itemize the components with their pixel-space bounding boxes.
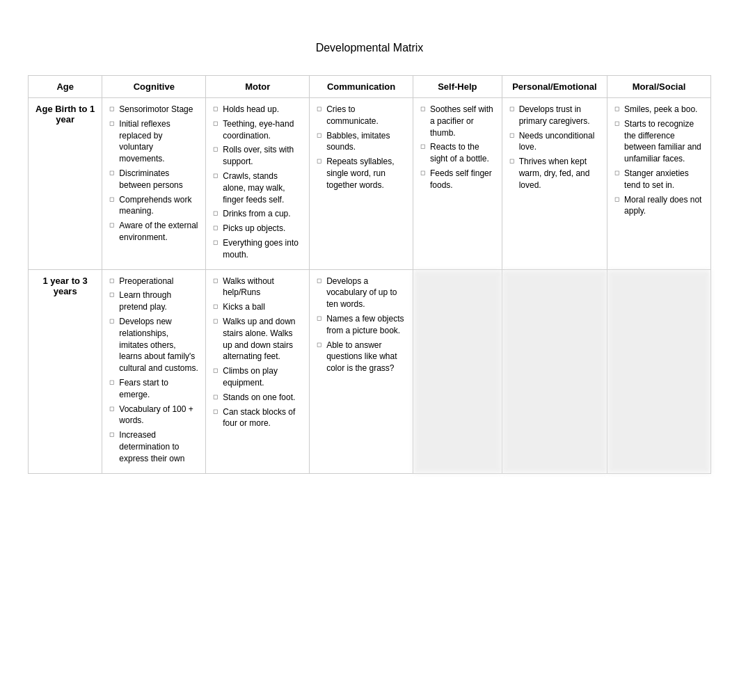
list-item: Learn through pretend play. <box>109 289 198 313</box>
list-item: Kicks a ball <box>213 301 302 313</box>
header-cognitive: Cognitive <box>102 76 206 98</box>
header-age: Age <box>29 76 102 98</box>
list-item: Moral really does not apply. <box>614 194 704 218</box>
list-item: Sensorimotor Stage <box>109 104 198 116</box>
list-item: Develops new relationships, imitates oth… <box>109 316 198 374</box>
list-item: Cries to communicate. <box>317 104 406 127</box>
list-item: Develops trust in primary caregivers. <box>509 104 600 127</box>
list-item: Able to answer questions like what color… <box>317 340 406 374</box>
list-item: Babbles, imitates sounds. <box>317 130 406 154</box>
list-item: Thrives when kept warm, dry, fed, and lo… <box>509 156 600 191</box>
list-item: Drinks from a cup. <box>213 208 302 220</box>
header-personalemotional: Personal/Emotional <box>502 76 607 98</box>
list-item: Names a few objects from a picture book. <box>317 313 406 337</box>
list-item: Aware of the external environment. <box>109 220 198 244</box>
personalEmotional-cell-1 <box>502 269 607 473</box>
table-row: Age Birth to 1 yearSensorimotor StageIni… <box>29 98 711 270</box>
page: Developmental Matrix Age Cognitive Motor… <box>0 0 739 700</box>
communication-cell-0: Cries to communicate.Babbles, imitates s… <box>310 98 413 270</box>
communication-cell-1: Develops a vocabulary of up to ten words… <box>310 269 413 473</box>
list-item: Discriminates between persons <box>109 168 198 191</box>
motor-cell-1: Walks without help/RunsKicks a ballWalks… <box>206 269 310 473</box>
list-item: Comprehends work meaning. <box>109 194 198 218</box>
list-item: Stands on one foot. <box>213 392 302 404</box>
list-item: Rolls over, sits with support. <box>213 144 302 168</box>
list-item: Can stack blocks of four or more. <box>213 406 302 430</box>
age-cell-1: 1 year to 3 years <box>29 269 102 473</box>
list-item: Holds head up. <box>213 104 302 116</box>
list-item: Walks without help/Runs <box>213 276 302 299</box>
list-item: Stanger anxieties tend to set in. <box>614 168 704 191</box>
list-item: Develops a vocabulary of up to ten words… <box>317 276 406 310</box>
personalEmotional-cell-0: Develops trust in primary caregivers.Nee… <box>502 98 607 270</box>
page-title: Developmental Matrix <box>28 42 711 54</box>
list-item: Increased determination to express their… <box>109 429 198 464</box>
moralSocial-cell-0: Smiles, peek a boo.Starts to recognize t… <box>607 98 711 270</box>
header-communication: Communication <box>310 76 413 98</box>
developmental-matrix-table: Age Cognitive Motor Communication Self-H… <box>28 75 711 474</box>
list-item: Climbs on play equipment. <box>213 365 302 389</box>
list-item: Initial reflexes replaced by voluntary m… <box>109 118 198 165</box>
list-item: Repeats syllables, single word, run toge… <box>317 156 406 191</box>
cognitive-cell-1: PreoperationalLearn through pretend play… <box>102 269 206 473</box>
table-row: 1 year to 3 yearsPreoperationalLearn thr… <box>29 269 711 473</box>
header-motor: Motor <box>206 76 310 98</box>
cognitive-cell-0: Sensorimotor StageInitial reflexes repla… <box>102 98 206 270</box>
list-item: Needs unconditional love. <box>509 130 600 154</box>
age-cell-0: Age Birth to 1 year <box>29 98 102 270</box>
list-item: Feeds self finger foods. <box>420 168 495 191</box>
list-item: Soothes self with a pacifier or thumb. <box>420 104 495 138</box>
list-item: Walks up and down stairs alone. Walks up… <box>213 316 302 363</box>
header-selfhelp: Self-Help <box>413 76 502 98</box>
list-item: Reacts to the sight of a bottle. <box>420 141 495 165</box>
motor-cell-0: Holds head up.Teething, eye-hand coordin… <box>206 98 310 270</box>
list-item: Everything goes into mouth. <box>213 237 302 261</box>
moralSocial-cell-1 <box>607 269 711 473</box>
list-item: Fears start to emerge. <box>109 377 198 401</box>
list-item: Crawls, stands alone, may walk, finger f… <box>213 170 302 205</box>
list-item: Preoperational <box>109 276 198 287</box>
selfHelp-cell-0: Soothes self with a pacifier or thumb.Re… <box>413 98 502 270</box>
list-item: Starts to recognize the difference betwe… <box>614 118 704 165</box>
header-moralsocial: Moral/Social <box>607 76 711 98</box>
list-item: Teething, eye-hand coordination. <box>213 118 302 142</box>
list-item: Smiles, peek a boo. <box>614 104 704 116</box>
list-item: Picks up objects. <box>213 223 302 234</box>
selfHelp-cell-1 <box>413 269 502 473</box>
list-item: Vocabulary of 100 + words. <box>109 404 198 427</box>
